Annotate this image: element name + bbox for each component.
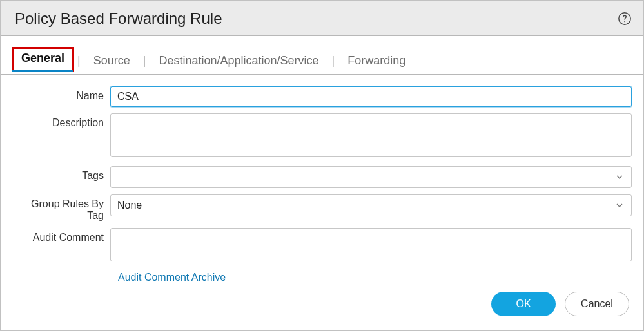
help-icon[interactable] [618,12,632,26]
dialog-footer: OK Cancel [1,292,643,330]
dialog-title: Policy Based Forwarding Rule [15,10,222,28]
name-label: Name [12,86,110,102]
tab-source[interactable]: Source [84,54,139,74]
description-input[interactable] [110,113,632,157]
titlebar: Policy Based Forwarding Rule [1,1,643,36]
tags-dropdown[interactable] [110,166,632,188]
chevron-down-icon [614,202,625,209]
form-general: Name Description Tags Gro [1,75,643,292]
tab-separator: | [139,54,150,74]
tab-general[interactable]: General [12,48,73,71]
cancel-button[interactable]: Cancel [565,292,629,316]
tab-row: General | Source | Destination/Applicati… [1,36,643,75]
tab-forwarding[interactable]: Forwarding [338,54,415,74]
chevron-down-icon [614,173,625,181]
group-rules-label: Group Rules By Tag [12,194,110,222]
svg-point-1 [624,21,625,23]
tags-label: Tags [12,166,110,182]
tab-separator: | [73,54,84,74]
pbf-rule-dialog: Policy Based Forwarding Rule General | S… [0,0,644,331]
group-rules-value: None [117,200,614,211]
audit-comment-label: Audit Comment [12,228,110,243]
audit-comment-archive-link[interactable]: Audit Comment Archive [118,272,226,283]
tab-destination-application-service[interactable]: Destination/Application/Service [150,54,327,74]
tab-separator: | [328,54,339,74]
audit-comment-input[interactable] [110,228,632,261]
group-rules-dropdown[interactable]: None [110,194,632,216]
name-input[interactable] [110,86,632,107]
ok-button[interactable]: OK [491,292,556,316]
description-label: Description [12,113,110,129]
